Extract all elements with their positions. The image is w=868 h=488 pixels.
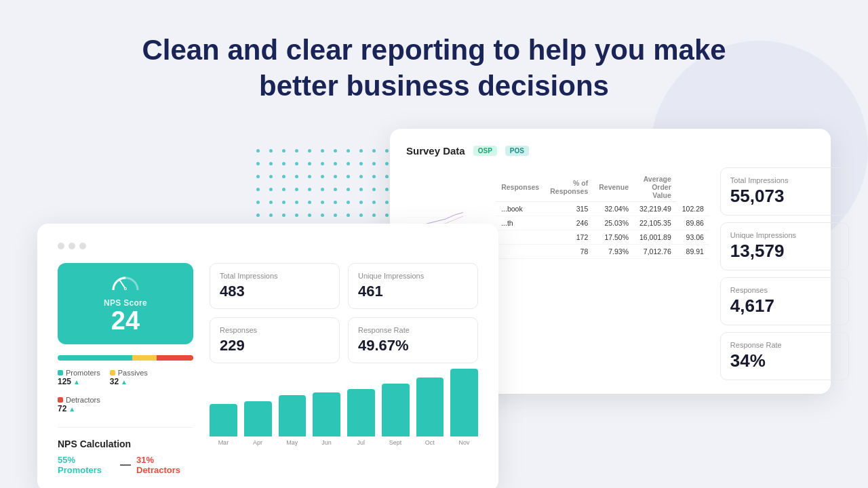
bar [416,378,444,436]
bar-label: Jul [357,439,366,446]
table-cell: 172 [545,230,593,245]
right-stat-unique-impressions-value: 13,579 [730,241,839,262]
nps-legend: Promoters 125 ▲ Passives 32 [58,369,193,413]
bar-item: Apr [244,401,272,446]
table-cell [496,230,545,245]
bar-item: May [279,395,307,446]
legend-promoters: Promoters 125 ▲ [58,369,100,386]
bar-label: Jun [321,439,332,446]
stat-response-rate: Response Rate 49.67% [348,317,478,363]
bar [382,384,410,436]
right-stats-panel: Total Impressions 55,073 Unique Impressi… [720,167,849,380]
bar-item: Oct [416,378,444,446]
detractors-count: 72 [58,404,66,413]
table-row: 787.93%7,012.7689.91 [496,245,709,259]
detractors-arrow: ▲ [68,405,75,413]
right-stat-responses-value: 4,617 [730,296,839,317]
stat-total-impressions-value: 483 [220,283,330,300]
table-cell: ...book [496,202,545,216]
col-header-pct: % of Responses [545,173,593,202]
right-stat-response-rate-value: 34% [730,350,839,371]
svg-line-5 [120,281,125,289]
progress-detractors [157,355,193,361]
bar-label: May [286,439,298,446]
stat-response-rate-label: Response Rate [358,326,468,334]
stat-total-impressions: Total Impressions 483 [210,263,340,309]
window-dot-maximize [79,243,86,249]
cards-area: Survey Data OSP POS [37,129,831,474]
stat-responses-label: Responses [220,326,330,334]
survey-tag-pos: POS [505,146,529,156]
right-stat-responses: Responses 4,617 [720,277,849,325]
table-cell: 32,219.49 [634,202,677,216]
bar-item: Mar [210,404,237,446]
promoters-dot [58,370,63,375]
legend-passives: Passives 32 ▲ [110,369,148,386]
promoters-label: Promoters [66,369,100,377]
right-stat-unique-impressions-label: Unique Impressions [730,231,839,239]
bar [279,395,307,436]
page-header: Clean and clear reporting to help you ma… [0,0,868,125]
nps-score-label: NPS Score [104,298,147,308]
promoters-count: 125 [58,377,71,386]
nps-left-panel: NPS Score 24 Promoters [58,263,193,475]
passives-arrow: ▲ [121,378,127,386]
bar-item: Sept [382,384,410,446]
calc-minus: — [120,459,131,471]
bar-label: Sept [389,439,402,446]
progress-passives [132,355,157,361]
bar-item: Jul [347,389,375,446]
bar-item: Nov [450,369,478,446]
table-row: ...th24625.03%22,105.3589.86 [496,216,709,230]
progress-promoters [58,355,132,361]
table-cell: 315 [545,202,593,216]
bar-label: Oct [425,439,435,446]
window-dot-close [58,243,64,249]
stat-response-rate-value: 49.67% [358,337,468,354]
stat-unique-impressions-value: 461 [358,283,468,300]
table-cell: 16,001.89 [634,230,677,245]
col-header-responses: Responses [496,173,545,202]
table-cell: 102.28 [677,202,709,216]
passives-dot [110,370,115,375]
bar-item: Jun [313,392,340,446]
window-dot-minimize [68,243,75,249]
table-cell: 246 [545,216,593,230]
survey-tag-osp: OSP [473,146,497,156]
nps-progress-bar [58,355,193,361]
right-stat-total-impressions: Total Impressions 55,073 [720,167,849,216]
passives-count: 32 [110,377,119,386]
table-cell: 32.04% [593,202,634,216]
nps-gauge-icon [111,274,140,294]
svg-point-6 [125,288,126,289]
survey-table: Responses % of Responses Revenue Average… [496,173,709,259]
bar-label: Apr [253,439,262,446]
bar [210,404,237,436]
right-stat-total-impressions-value: 55,073 [730,186,839,207]
table-cell: 7,012.76 [634,245,677,259]
table-cell: ...th [496,216,545,230]
table-cell: 89.86 [677,216,709,230]
table-cell: 22,105.35 [634,216,677,230]
page-title: Clean and clear reporting to help you ma… [14,33,854,104]
stat-unique-impressions-label: Unique Impressions [358,272,468,280]
passives-label: Passives [118,369,148,377]
table-cell: 25.03% [593,216,634,230]
stat-responses: Responses 229 [210,317,340,363]
table-cell: 93.06 [677,230,709,245]
bar-chart: MarAprMayJunJulSeptOctNov [210,374,478,462]
bar-label: Mar [218,439,229,446]
nps-card: NPS Score 24 Promoters [37,224,498,488]
survey-card-title: Survey Data [406,145,465,157]
bar [450,369,478,436]
bar-label: Nov [459,439,470,446]
detractors-dot [58,397,63,403]
nps-right-panel: Total Impressions 483 Unique Impressions… [210,263,478,475]
table-cell: 89.91 [677,245,709,259]
survey-table-area: Responses % of Responses Revenue Average… [496,167,709,380]
col-header-revenue: Revenue [593,173,634,202]
bar [244,401,272,436]
nps-content: NPS Score 24 Promoters [58,263,478,475]
calc-detractors-pct: 31% Detractors [136,455,193,475]
nps-calc-formula: 55% Promoters — 31% Detractors [58,455,193,475]
